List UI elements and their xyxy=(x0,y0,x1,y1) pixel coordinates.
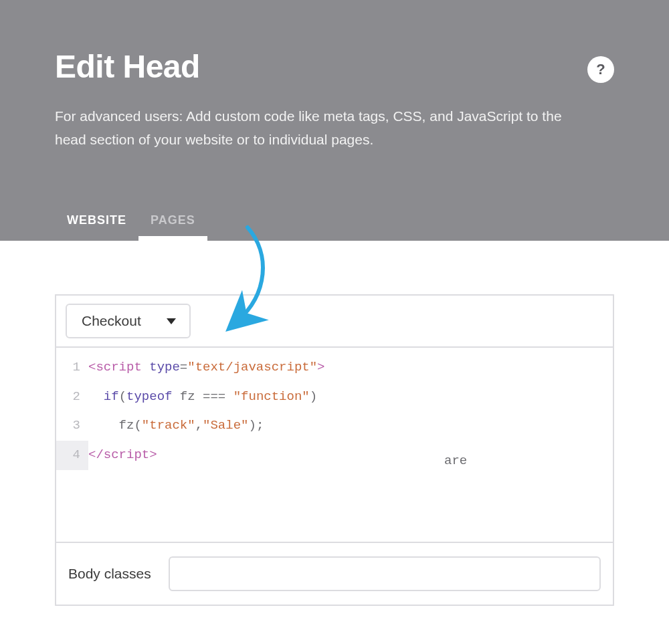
header: Edit Head For advanced users: Add custom… xyxy=(0,0,669,241)
code-content[interactable]: if(typeof fz === "function") xyxy=(88,383,317,412)
editor-panel: Checkout are 1<script type="text/javascr… xyxy=(55,294,614,606)
tab-pages[interactable]: PAGES xyxy=(138,204,207,241)
code-line[interactable]: 2 if(typeof fz === "function") xyxy=(56,383,613,412)
page-select-dropdown[interactable]: Checkout xyxy=(66,304,191,338)
code-content[interactable]: <script type="text/javascript"> xyxy=(88,353,325,383)
code-line[interactable]: 1<script type="text/javascript"> xyxy=(56,353,613,383)
panel-toolbar: Checkout xyxy=(56,296,613,348)
tabs: WEBSITE PAGES xyxy=(55,204,207,241)
page-title: Edit Head xyxy=(55,48,614,85)
code-line[interactable]: 3 fz("track","Sale"); xyxy=(56,411,613,441)
dropdown-selected-label: Checkout xyxy=(82,313,141,329)
body-classes-row: Body classes xyxy=(56,542,613,605)
caret-down-icon xyxy=(167,318,176,324)
stray-text: are xyxy=(444,447,467,476)
code-line[interactable]: 4</script> xyxy=(56,441,613,470)
body-classes-label: Body classes xyxy=(68,566,151,582)
help-button[interactable]: ? xyxy=(587,56,614,83)
code-content[interactable]: fz("track","Sale"); xyxy=(88,411,264,441)
line-number: 2 xyxy=(56,383,88,412)
line-number: 4 xyxy=(56,441,88,470)
help-icon: ? xyxy=(596,61,605,78)
body-classes-input[interactable] xyxy=(169,556,601,591)
line-number: 1 xyxy=(56,353,88,383)
line-number: 3 xyxy=(56,411,88,441)
tab-website[interactable]: WEBSITE xyxy=(55,204,138,241)
code-editor[interactable]: are 1<script type="text/javascript">2 if… xyxy=(56,348,613,542)
code-content[interactable]: </script> xyxy=(88,441,157,470)
page-subtitle: For advanced users: Add custom code like… xyxy=(55,105,597,151)
content-area: Checkout are 1<script type="text/javascr… xyxy=(0,241,669,606)
